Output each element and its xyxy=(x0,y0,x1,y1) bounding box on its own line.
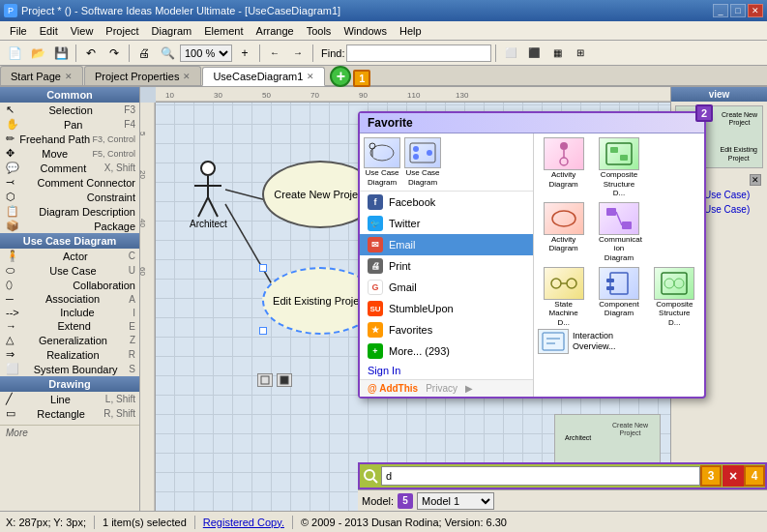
diag-component[interactable]: ComponentDiagram xyxy=(593,267,644,328)
connector-icon: ⤙ xyxy=(6,176,15,189)
redo-button[interactable]: ↷ xyxy=(103,43,125,64)
save-button[interactable]: 💾 xyxy=(50,43,72,64)
diagram-btn4[interactable]: ⊞ xyxy=(570,43,591,64)
print-button[interactable]: 🖨 xyxy=(133,43,155,64)
maximize-button[interactable]: □ xyxy=(730,4,746,17)
usecase-icon2 xyxy=(544,202,584,235)
menu-help[interactable]: Help xyxy=(394,23,428,39)
tab-project-properties[interactable]: Project Properties ✕ xyxy=(84,66,201,85)
tool-actor[interactable]: 🧍 Actor C xyxy=(0,249,139,263)
tool-freehand[interactable]: ✏ Freehand Path F3, Control xyxy=(0,132,139,146)
tab-start-page[interactable]: Start Page ✕ xyxy=(0,66,83,85)
menu-file[interactable]: File xyxy=(4,23,33,39)
section-drawing-header: Drawing xyxy=(0,376,139,392)
svg-line-16 xyxy=(208,197,218,217)
align-icon-1[interactable] xyxy=(257,373,273,387)
sign-in-link[interactable]: Sign In xyxy=(360,362,533,379)
tool-comment[interactable]: 💬 Comment X, Shift xyxy=(0,161,139,175)
tool-extend[interactable]: → Extend E xyxy=(0,319,139,333)
diagram-btn2[interactable]: ⬛ xyxy=(523,43,545,64)
menu-view[interactable]: View xyxy=(65,23,100,39)
tool-rectangle[interactable]: ▭ Rectangle R, Shift xyxy=(0,406,139,421)
privacy-arrow: ▶ xyxy=(465,383,473,394)
arrow-button[interactable]: ← xyxy=(264,43,285,64)
tool-package[interactable]: 📦 Package xyxy=(0,219,139,233)
new-button[interactable]: 📄 xyxy=(4,43,25,64)
social-stumbleupon[interactable]: SU StumbleUpon xyxy=(360,298,533,319)
social-email[interactable]: ✉ Email xyxy=(360,234,533,255)
tool-realization[interactable]: ⇒ Realization R xyxy=(0,347,139,362)
handle-tl[interactable] xyxy=(259,264,267,272)
menu-element[interactable]: Element xyxy=(198,23,249,39)
diag-activity1[interactable]: ActivityDiagram xyxy=(538,137,589,198)
tab-usecase-diagram[interactable]: UseCaseDiagram1 ✕ xyxy=(202,67,325,86)
tool-selection[interactable]: ↖ Selection F3 xyxy=(0,103,139,117)
tool-line[interactable]: ╱ Line L, Shift xyxy=(0,392,139,406)
tool-generalization[interactable]: △ Generalization Z xyxy=(0,333,139,347)
open-button[interactable]: 📂 xyxy=(27,43,48,64)
addthis-logo: @ AddThis xyxy=(368,383,418,394)
tool-pan[interactable]: ✋ Pan F4 xyxy=(0,117,139,132)
menu-windows[interactable]: Windows xyxy=(338,23,393,39)
tool-include[interactable]: --> Include I xyxy=(0,306,139,319)
popup-title: Favorite xyxy=(360,113,704,133)
social-print[interactable]: 🖨 Print xyxy=(360,255,533,277)
zoom-select[interactable]: 100 % xyxy=(180,44,232,62)
tool-association[interactable]: ─ Association A xyxy=(0,292,139,306)
tool-system-boundary[interactable]: ⬜ System Boundary S xyxy=(0,362,139,376)
diagram-btn3[interactable]: ▦ xyxy=(546,43,568,64)
social-more[interactable]: + More... (293) xyxy=(360,340,533,362)
tool-move[interactable]: ✥ Move F5, Control xyxy=(0,146,139,161)
undo-button[interactable]: ↶ xyxy=(80,43,102,64)
add-tab-button[interactable]: + xyxy=(330,66,351,87)
tool-comment-connector[interactable]: ⤙ Comment Connector xyxy=(0,175,139,190)
menu-diagram[interactable]: Diagram xyxy=(146,23,198,39)
search-close-button[interactable]: × xyxy=(723,465,744,487)
diag-usecase2[interactable]: ActivityDiagram xyxy=(538,202,589,263)
close-button[interactable]: ✕ xyxy=(748,4,763,17)
social-favorites[interactable]: ★ Favorites xyxy=(360,319,533,340)
menu-edit[interactable]: Edit xyxy=(34,23,64,39)
zoom-in-button[interactable]: + xyxy=(234,43,255,64)
find-input[interactable] xyxy=(346,44,491,62)
tab-close-usecase[interactable]: ✕ xyxy=(307,72,314,81)
status-coords: X: 287px; Y: 3px; xyxy=(6,517,86,528)
tab-close-start[interactable]: ✕ xyxy=(65,72,73,81)
status-registered[interactable]: Registered Copy. xyxy=(203,517,284,528)
zoom-out-button[interactable]: 🔍 xyxy=(157,43,178,64)
tab-close-props[interactable]: ✕ xyxy=(183,72,191,81)
svg-text:40: 40 xyxy=(140,219,147,227)
tool-constraint[interactable]: ⬡ Constraint xyxy=(0,190,139,204)
badge-2: 2 xyxy=(695,104,713,122)
search-input[interactable] xyxy=(381,466,700,486)
social-gmail[interactable]: G Gmail xyxy=(360,277,533,298)
popup-top-usecases: Use CaseDiagram Use CaseDiagram xyxy=(360,133,533,192)
social-twitter[interactable]: 🐦 Twitter xyxy=(360,213,533,234)
menu-tools[interactable]: Tools xyxy=(301,23,338,39)
titlebar-left: P Project * () - Software Ideas Modeler … xyxy=(4,4,340,17)
comm-label: Communication Diagram xyxy=(599,235,639,263)
handle-bl[interactable] xyxy=(259,327,267,335)
tool-collaboration[interactable]: ⬯ Collaboration xyxy=(0,278,139,292)
diag-comm[interactable]: Communication Diagram xyxy=(593,202,644,263)
tool-diagram-desc[interactable]: 📋 Diagram Description xyxy=(0,204,139,219)
minimize-button[interactable]: _ xyxy=(713,4,728,17)
diag-composite1[interactable]: CompositeStructure D... xyxy=(593,137,644,198)
popup-usecase-icon1[interactable]: Use CaseDiagram xyxy=(364,137,400,187)
search-icon xyxy=(363,468,378,484)
right-panel-close[interactable]: ✕ xyxy=(750,174,761,186)
diag-composite2[interactable]: CompositeStructure D... xyxy=(649,267,700,328)
menu-project[interactable]: Project xyxy=(100,23,144,39)
popup-usecase-icon2[interactable]: Use CaseDiagram xyxy=(404,137,441,187)
social-facebook[interactable]: f Facebook xyxy=(360,192,533,213)
model-select[interactable]: Model 1 xyxy=(417,492,494,510)
interaction-overview-item[interactable]: InteractionOverview... xyxy=(538,327,700,356)
diag-state[interactable]: StateMachine D... xyxy=(538,267,589,328)
diagram-btn1[interactable]: ⬜ xyxy=(500,43,521,64)
arrow-right-button[interactable]: → xyxy=(287,43,309,64)
actor-architect[interactable]: Architect xyxy=(190,161,227,229)
privacy-link[interactable]: Privacy xyxy=(426,383,457,394)
tool-usecase[interactable]: ⬭ Use Case U xyxy=(0,263,139,278)
menu-arrange[interactable]: Arrange xyxy=(251,23,300,39)
align-icon-2[interactable] xyxy=(277,373,292,387)
